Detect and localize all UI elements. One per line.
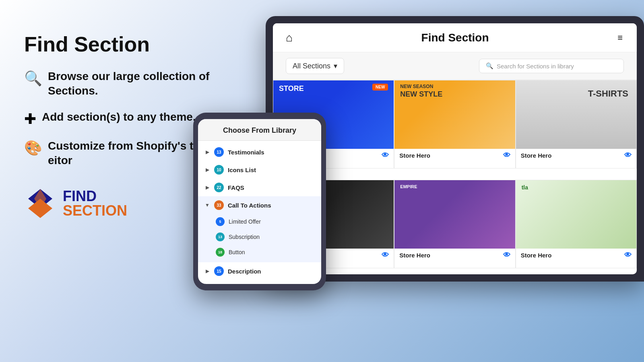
badge-limited: 5 xyxy=(216,217,225,226)
arrow-cta: ▼ xyxy=(204,202,210,208)
grid-item-5: EMPIRE Store Hero 👁 xyxy=(394,180,515,268)
store-text-1: STORE xyxy=(279,84,304,93)
grid-label-2: Store Hero 👁 xyxy=(394,149,515,162)
store-img-6: tla xyxy=(516,180,636,249)
label-button: Button xyxy=(229,249,245,255)
eye-icon-3[interactable]: 👁 xyxy=(624,151,632,160)
badge-testimonials: 13 xyxy=(214,147,224,157)
arrow-description: ▶ xyxy=(204,268,210,274)
all-sections-dropdown[interactable]: All Sections ▾ xyxy=(286,58,344,74)
label-description: Description xyxy=(228,268,261,275)
home-icon[interactable]: ⌂ xyxy=(286,31,293,44)
store-label-6: Store Hero xyxy=(521,252,552,259)
filter-bar: All Sections ▾ 🔍 Search for Sections in … xyxy=(273,52,637,80)
lib-item-cta[interactable]: ▼ 33 Call To Actions xyxy=(198,196,321,214)
customize-icon: 🎨 xyxy=(24,140,42,156)
grid-item-3: T-SHIRTS Store Hero 👁 xyxy=(516,80,637,169)
library-title: Choose From Library xyxy=(223,126,296,134)
badge-description: 15 xyxy=(214,266,224,276)
app-title: Find Section xyxy=(421,31,489,44)
eye-icon-5[interactable]: 👁 xyxy=(503,251,510,259)
search-bar[interactable]: 🔍 Search for Sections in library xyxy=(479,59,624,73)
phone-screen: Choose From Library ▶ 13 Testimonials ▶ … xyxy=(198,119,321,284)
library-list: ▶ 13 Testimonials ▶ 10 Icons List ▶ 22 F… xyxy=(198,141,321,284)
all-sections-label: All Sections xyxy=(293,62,330,70)
label-faqs: FAQS xyxy=(228,184,244,191)
hamburger-icon[interactable]: ≡ xyxy=(617,33,624,43)
lib-item-icons[interactable]: ▶ 10 Icons List xyxy=(198,161,321,179)
grid-label-5: Store Hero 👁 xyxy=(394,249,515,262)
library-header: Choose From Library xyxy=(198,119,321,141)
browse-text: Browse our large collection of Sections. xyxy=(48,69,233,99)
store-img-3: T-SHIRTS xyxy=(516,80,636,149)
lib-sub-subscription[interactable]: 13 Subscription xyxy=(198,229,321,245)
add-text: Add section(s) to any theme. xyxy=(42,110,196,124)
library-modal: Choose From Library ▶ 13 Testimonials ▶ … xyxy=(193,113,326,290)
search-icon: 🔍 xyxy=(486,62,493,70)
eye-icon-6[interactable]: 👁 xyxy=(624,251,632,259)
feature-browse: 🔍 Browse our large collection of Section… xyxy=(24,69,233,99)
laptop-screen: ⌂ Find Section ≡ All Sections ▾ 🔍 Search… xyxy=(273,23,637,274)
store-img-2: NEW SEASON NEW STYLE xyxy=(394,80,515,149)
logo-text: FIND SECTION xyxy=(63,189,127,218)
phone-outer: Choose From Library ▶ 13 Testimonials ▶ … xyxy=(193,113,326,290)
add-icon: ✚ xyxy=(24,111,36,128)
lib-sub-button[interactable]: 18 Button xyxy=(198,245,321,260)
grid-item-6: tla Store Hero 👁 xyxy=(516,180,637,268)
lib-sub-limited[interactable]: 5 Limited Offer xyxy=(198,214,321,229)
grid-item-2: NEW SEASON NEW STYLE Store Hero 👁 xyxy=(394,80,515,169)
grid-label-6: Store Hero 👁 xyxy=(516,249,636,262)
arrow-icons: ▶ xyxy=(204,167,210,173)
store-label-5: Store Hero xyxy=(399,252,430,259)
badge-button: 18 xyxy=(216,248,225,257)
store-img-5: EMPIRE xyxy=(394,180,515,249)
browse-icon: 🔍 xyxy=(24,70,42,87)
label-subscription: Subscription xyxy=(229,234,260,240)
main-title: Find Section xyxy=(24,32,233,56)
label-cta: Call To Actions xyxy=(228,202,271,209)
logo-diamond-icon xyxy=(24,187,56,220)
label-testimonials: Testimonials xyxy=(228,149,264,156)
lib-item-description[interactable]: ▶ 15 Description xyxy=(198,262,321,280)
arrow-testimonials: ▶ xyxy=(204,149,210,155)
lib-item-testimonials[interactable]: ▶ 13 Testimonials xyxy=(198,143,321,161)
grid-label-3: Store Hero 👁 xyxy=(516,149,636,162)
lib-item-faqs[interactable]: ▶ 22 FAQS xyxy=(198,179,321,196)
eye-icon-1[interactable]: 👁 xyxy=(382,151,389,160)
arrow-faqs: ▶ xyxy=(204,185,210,190)
badge-icons: 10 xyxy=(214,165,224,175)
badge-faqs: 22 xyxy=(214,183,224,192)
app-header: ⌂ Find Section ≡ xyxy=(273,23,637,52)
logo-find: FIND xyxy=(63,189,127,204)
label-limited: Limited Offer xyxy=(229,218,261,225)
lib-item-cta-section: ▼ 33 Call To Actions 5 Limited Offer 13 … xyxy=(198,196,321,262)
badge-cta: 33 xyxy=(214,200,224,210)
eye-icon-2[interactable]: 👁 xyxy=(503,151,510,160)
label-icons: Icons List xyxy=(228,167,256,173)
store-label-2: Store Hero xyxy=(399,152,430,159)
store-grid: STORE NEW Store Hero 👁 NEW SEASON NEW ST… xyxy=(273,80,637,274)
store-tag-1: NEW xyxy=(372,84,388,90)
dropdown-arrow-icon: ▾ xyxy=(334,62,337,70)
logo-section: SECTION xyxy=(63,204,127,218)
eye-icon-4[interactable]: 👁 xyxy=(382,251,389,259)
store-label-3: Store Hero xyxy=(521,152,552,159)
search-placeholder: Search for Sections in library xyxy=(497,63,574,70)
badge-subscription: 13 xyxy=(216,232,225,241)
